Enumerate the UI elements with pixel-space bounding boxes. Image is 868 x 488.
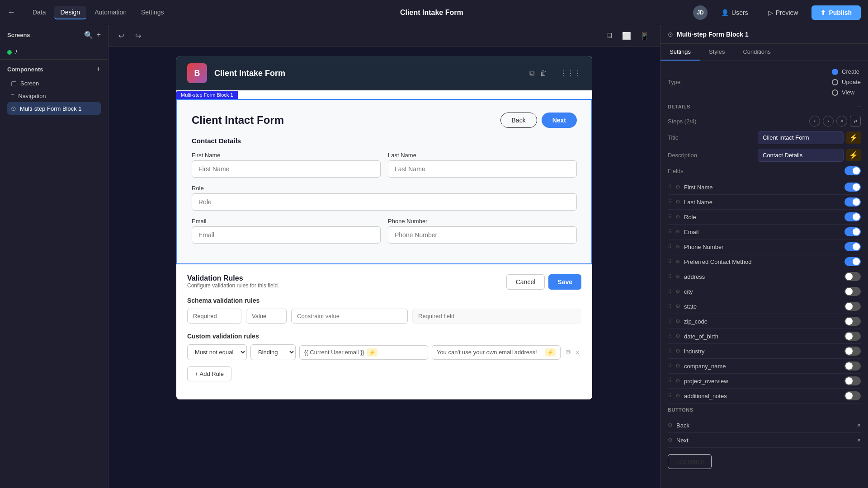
gear-notes-icon[interactable]: ⚙ <box>675 393 680 399</box>
drag-address-icon[interactable]: ⠿ <box>668 273 672 280</box>
toggle-city[interactable] <box>844 287 861 296</box>
delete-form-icon[interactable]: 🗑 <box>540 69 547 77</box>
title-field[interactable] <box>758 131 844 144</box>
custom-value-type-select[interactable]: Binding <box>250 344 296 360</box>
comp-item-navigation[interactable]: ≡ Navigation <box>7 89 101 102</box>
gear-role-icon[interactable]: ⚙ <box>675 214 680 220</box>
gear-project-icon[interactable]: ⚙ <box>675 378 680 384</box>
steps-prev-button[interactable]: ‹ <box>809 116 820 127</box>
drag-phone-icon[interactable]: ⠿ <box>668 244 672 250</box>
fields-master-toggle[interactable] <box>844 166 861 175</box>
gear-industry-icon[interactable]: ⚙ <box>675 348 680 354</box>
form-back-button[interactable]: Back <box>500 113 537 128</box>
right-tab-styles[interactable]: Styles <box>700 44 734 61</box>
copy-rule-icon[interactable]: ⧉ <box>564 347 572 358</box>
binding-value-input[interactable]: {{ Current User.email }} ⚡ <box>299 345 428 360</box>
gear-address-icon[interactable]: ⚙ <box>675 273 680 280</box>
screen-item-root[interactable]: / <box>0 45 108 59</box>
type-create[interactable]: Create <box>832 68 861 75</box>
first-name-input[interactable] <box>192 160 381 178</box>
remove-rule-icon[interactable]: × <box>574 347 581 358</box>
users-button[interactable]: 👤 Users <box>715 6 755 19</box>
form-next-button[interactable]: Next <box>542 113 577 128</box>
email-input[interactable] <box>192 226 381 244</box>
schema-constraint-input[interactable] <box>291 309 408 324</box>
schema-value-select[interactable]: Value <box>246 309 287 324</box>
toggle-zip[interactable] <box>844 317 861 326</box>
add-button-button[interactable]: Add button <box>668 454 712 469</box>
toggle-lastname[interactable] <box>844 197 861 206</box>
toggle-company[interactable] <box>844 361 861 371</box>
toggle-notes[interactable] <box>844 391 861 400</box>
role-input[interactable] <box>192 193 577 211</box>
screens-add-icon[interactable]: + <box>97 31 101 39</box>
steps-share-button[interactable]: ⇄ <box>850 116 861 127</box>
undo-button[interactable]: ↩ <box>116 30 127 42</box>
redo-button[interactable]: ↪ <box>132 30 144 42</box>
collapse-details-button[interactable]: − <box>857 103 861 110</box>
right-tab-settings[interactable]: Settings <box>660 44 700 61</box>
drag-zip-icon[interactable]: ⠿ <box>668 318 672 324</box>
drag-industry-icon[interactable]: ⠿ <box>668 348 672 354</box>
components-add-icon[interactable]: + <box>97 65 101 73</box>
toggle-firstname[interactable] <box>844 183 861 192</box>
steps-next-button[interactable]: › <box>823 116 834 127</box>
type-view[interactable]: View <box>832 89 861 96</box>
comp-item-screen[interactable]: ▢ Screen <box>7 77 101 89</box>
drag-company-icon[interactable]: ⠿ <box>668 363 672 369</box>
toggle-email[interactable] <box>844 227 861 236</box>
drag-firstname-icon[interactable]: ⠿ <box>668 184 672 190</box>
add-rule-button[interactable]: + Add Rule <box>187 366 231 381</box>
drag-dob-icon[interactable]: ⠿ <box>668 333 672 339</box>
gear-lastname-icon[interactable]: ⚙ <box>675 199 680 205</box>
mobile-view-button[interactable]: 📱 <box>637 30 653 42</box>
drag-email-icon[interactable]: ⠿ <box>668 229 672 235</box>
copy-form-icon[interactable]: ⧉ <box>529 69 534 77</box>
gear-phone-icon[interactable]: ⚙ <box>675 244 680 250</box>
comp-item-multistep[interactable]: ⊙ Multi-step Form Block 1 <box>7 102 101 115</box>
tab-settings[interactable]: Settings <box>135 6 170 19</box>
tab-automation[interactable]: Automation <box>88 6 133 19</box>
description-lightning-icon[interactable]: ⚡ <box>846 149 861 161</box>
gear-back-button-icon[interactable]: ⚙ <box>668 422 673 428</box>
toggle-address[interactable] <box>844 272 861 281</box>
last-name-input[interactable] <box>388 160 577 178</box>
toggle-dob[interactable] <box>844 332 861 341</box>
error-message-input[interactable]: You can't use your own email address! ⚡ <box>432 345 561 360</box>
drag-project-icon[interactable]: ⠿ <box>668 378 672 384</box>
toggle-role[interactable] <box>844 212 861 221</box>
right-tab-conditions[interactable]: Conditions <box>734 44 779 61</box>
screens-search-icon[interactable]: 🔍 <box>84 31 93 39</box>
drag-state-icon[interactable]: ⠿ <box>668 303 672 310</box>
gear-state-icon[interactable]: ⚙ <box>675 303 680 310</box>
back-button[interactable]: ← <box>7 8 15 17</box>
custom-condition-select[interactable]: Must not equal <box>187 344 247 360</box>
tab-data[interactable]: Data <box>26 6 52 19</box>
title-lightning-icon[interactable]: ⚡ <box>846 131 861 144</box>
gear-dob-icon[interactable]: ⚙ <box>675 333 680 339</box>
drag-lastname-icon[interactable]: ⠿ <box>668 199 672 205</box>
drag-contact-method-icon[interactable]: ⠿ <box>668 258 672 265</box>
tab-design[interactable]: Design <box>54 6 87 19</box>
toggle-contact-method[interactable] <box>844 257 861 266</box>
toggle-project[interactable] <box>844 376 861 385</box>
gear-next-button-icon[interactable]: ⚙ <box>668 437 673 443</box>
preview-button[interactable]: ▷ Preview <box>762 6 805 19</box>
phone-input[interactable] <box>388 226 577 244</box>
toggle-phone[interactable] <box>844 242 861 251</box>
gear-email-icon[interactable]: ⚙ <box>675 229 680 235</box>
gear-zip-icon[interactable]: ⚙ <box>675 318 680 324</box>
gear-city-icon[interactable]: ⚙ <box>675 288 680 295</box>
type-update[interactable]: Update <box>832 79 861 85</box>
toggle-state[interactable] <box>844 302 861 311</box>
tablet-view-button[interactable]: ⬜ <box>618 30 635 42</box>
gear-company-icon[interactable]: ⚙ <box>675 363 680 369</box>
remove-next-button-icon[interactable]: × <box>857 436 861 444</box>
remove-back-button-icon[interactable]: × <box>857 422 861 429</box>
form-dots-icon[interactable]: ⋮⋮⋮ <box>560 69 581 78</box>
toggle-industry[interactable] <box>844 347 861 356</box>
error-lightning-icon[interactable]: ⚡ <box>545 348 556 357</box>
description-field[interactable] <box>758 149 844 162</box>
publish-button[interactable]: ⬆ Publish <box>811 5 861 20</box>
drag-role-icon[interactable]: ⠿ <box>668 214 672 220</box>
